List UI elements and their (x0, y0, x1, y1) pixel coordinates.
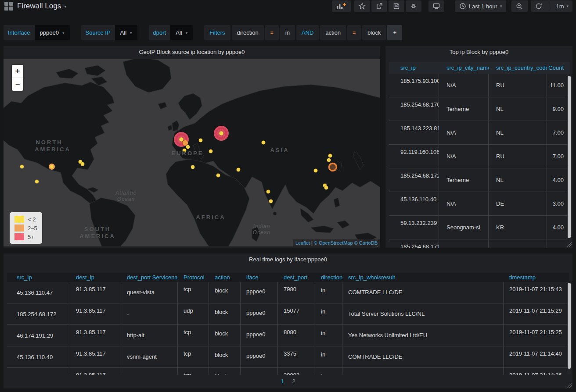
table-cell: pppoe0 (241, 368, 278, 375)
tv-mode-button[interactable] (428, 0, 444, 12)
chevron-down-icon[interactable]: ▾ (64, 4, 66, 9)
map-marker[interactable] (269, 200, 273, 203)
dashboard-title[interactable]: Firewall Logs (17, 2, 61, 11)
table-cell: in (315, 368, 342, 375)
column-header[interactable]: dest_ip (70, 274, 121, 281)
map-marker[interactable] (262, 141, 266, 145)
map-marker[interactable] (329, 164, 337, 171)
map-marker[interactable] (237, 168, 241, 172)
map-marker[interactable] (186, 145, 190, 149)
page-2-button[interactable]: 2 (292, 378, 295, 385)
page-1-button[interactable]: 1 (281, 378, 284, 385)
filter-operator[interactable]: = (265, 25, 279, 40)
column-header[interactable]: direction (315, 274, 342, 281)
column-header[interactable]: src_ip (389, 64, 439, 71)
map-marker[interactable] (179, 137, 184, 142)
panel-resize-handle[interactable] (567, 242, 572, 247)
table-cell: 3.00 (547, 192, 567, 215)
dport-select[interactable]: All▾ (170, 25, 193, 40)
table-row: 185.143.223.81N/ANL7.00 (389, 121, 570, 145)
refresh-interval-button[interactable]: 1m ▾ (552, 0, 572, 12)
map-marker[interactable] (324, 186, 328, 190)
table-cell: 45.136.110.47 (7, 282, 70, 303)
filter-condition[interactable]: AND (296, 25, 319, 40)
column-header[interactable]: Protocol (178, 274, 209, 281)
table-cell: in (315, 346, 342, 367)
interface-select[interactable]: pppoe0▾ (35, 25, 70, 40)
map-marker[interactable] (20, 165, 24, 169)
settings-button[interactable] (406, 0, 421, 12)
map-marker[interactable] (216, 174, 220, 178)
cartodb-link[interactable]: © CartoDB (354, 240, 378, 246)
map-zoom-out-button[interactable]: − (12, 78, 23, 91)
table-header-row: src_ip dest_ip dest_port Servicename Pro… (7, 273, 569, 282)
zoom-out-button[interactable] (511, 0, 528, 12)
map-marker[interactable] (199, 139, 203, 143)
map-marker[interactable] (314, 169, 318, 173)
source-ip-select[interactable]: All▾ (115, 25, 137, 40)
filter-key[interactable]: direction (232, 25, 264, 40)
map-marker[interactable] (35, 180, 39, 184)
interface-variable: Interface pppoe0▾ (4, 25, 70, 40)
map-marker[interactable] (209, 150, 213, 153)
column-header[interactable]: Count (547, 64, 567, 71)
share-button[interactable] (371, 0, 387, 12)
table-row: 45.136.110.4791.3.85.117quest-vistatcpbl… (7, 282, 569, 303)
logs-panel-title[interactable]: Real time logs by iface:pppoe0 (4, 253, 572, 266)
filters-label: Filters (204, 25, 230, 40)
refresh-button[interactable] (531, 0, 546, 12)
table-cell: block (209, 325, 241, 346)
legend-item: 2–5 (14, 225, 37, 232)
table-row: 185.254.68.172TerherneNL4.00 (389, 168, 570, 192)
column-header[interactable]: action (209, 274, 241, 281)
table-row: 185.254.68.171TerherneNL2.00 (389, 239, 570, 248)
legend-item: < 2 (14, 216, 37, 223)
map-marker[interactable] (219, 131, 223, 135)
map-zoom-in-button[interactable]: + (12, 65, 23, 78)
panel-resize-handle[interactable] (567, 383, 572, 388)
interface-label: Interface (4, 25, 35, 40)
column-header[interactable]: src_ip_whoisresult (342, 274, 504, 281)
table-row: 46.174.191.2991.3.85.117http-alttcpblock… (7, 325, 569, 346)
table-cell: commtact-http (121, 368, 178, 375)
star-button[interactable] (354, 0, 370, 12)
leaflet-link[interactable]: Leaflet (295, 240, 310, 246)
map-panel-title[interactable]: GeoIP Block source ip location by pppoe0 (4, 46, 380, 58)
time-range-button[interactable]: Last 1 hour ▾ (455, 0, 507, 12)
apps-grid-icon[interactable] (4, 2, 13, 11)
table-cell: 8080 (278, 325, 315, 346)
column-header[interactable]: src_ip_city_name (439, 64, 489, 71)
column-header[interactable]: iface (241, 274, 278, 281)
legend-label: < 2 (28, 216, 36, 223)
save-button[interactable] (389, 0, 404, 12)
column-header[interactable]: dest_port Servicename (121, 274, 178, 281)
column-header[interactable]: src_ip_country_code (489, 64, 547, 71)
table-header-row: src_ip src_ip_city_name src_ip_country_c… (389, 62, 570, 74)
world-map[interactable]: NORTHAMERICAEUROPEASIAAFRICASOUTHAMERICA… (4, 59, 380, 246)
scrollbar[interactable] (567, 282, 571, 375)
table-cell: http-alt (121, 325, 178, 346)
table-cell: pppoe0 (241, 325, 278, 346)
map-marker[interactable] (328, 154, 332, 158)
map-marker[interactable] (183, 149, 187, 153)
scrollbar-thumb[interactable] (568, 76, 571, 238)
map-marker[interactable] (266, 190, 270, 194)
map-marker[interactable] (81, 162, 85, 166)
table-row: 92.119.160.106N/ARU7.00 (389, 145, 570, 168)
add-panel-button[interactable] (332, 0, 351, 12)
map-marker[interactable] (191, 165, 195, 169)
column-header[interactable]: dest_port (278, 274, 315, 281)
filter-key[interactable]: action (320, 25, 346, 40)
add-filter-button[interactable]: + (387, 25, 402, 40)
openstreetmap-link[interactable]: © OpenStreetMap (314, 240, 353, 246)
map-marker[interactable] (50, 165, 54, 168)
filter-operator[interactable]: = (347, 25, 361, 40)
top-ip-panel-title[interactable]: Top ip Block by pppoe0 (385, 46, 572, 58)
map-marker[interactable] (327, 158, 331, 162)
column-header[interactable]: src_ip (7, 274, 70, 281)
column-header[interactable]: timestamp (504, 274, 569, 281)
filter-value[interactable]: in (280, 25, 295, 40)
scrollbar-thumb[interactable] (568, 283, 571, 369)
filter-value[interactable]: block (362, 25, 386, 40)
scrollbar[interactable] (567, 74, 571, 246)
